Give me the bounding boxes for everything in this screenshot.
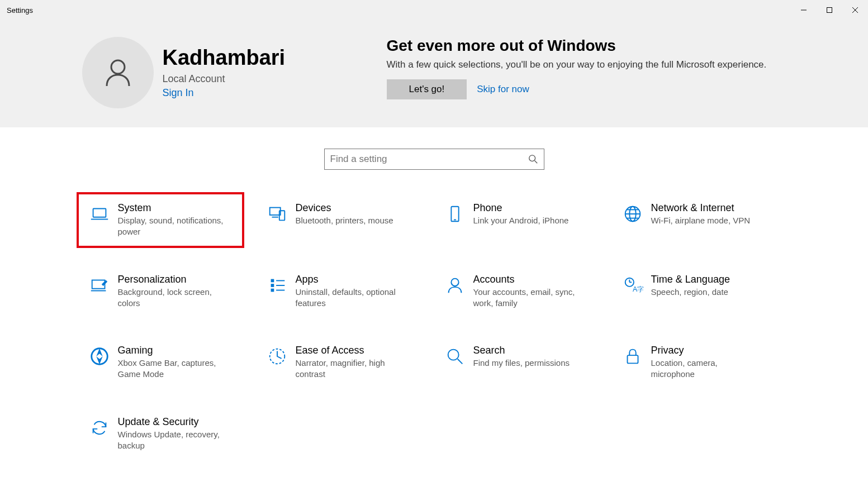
svg-rect-1	[827, 8, 832, 13]
tile-title: Devices	[296, 202, 414, 214]
tile-desc: Background, lock screen, colors	[118, 287, 230, 309]
close-icon	[852, 7, 858, 13]
maximize-button[interactable]	[817, 0, 842, 20]
search-wrap	[0, 127, 868, 187]
svg-rect-36	[627, 355, 638, 363]
svg-line-35	[457, 359, 462, 364]
promo-desc: With a few quick selections, you'll be o…	[387, 58, 786, 71]
tile-system[interactable]: SystemDisplay, sound, notifications, pow…	[77, 192, 244, 248]
tile-title: System	[118, 202, 236, 214]
tile-title: Network & Internet	[651, 202, 770, 214]
user-block: Kadhambari Local Account Sign In	[82, 37, 387, 108]
minimize-icon	[800, 7, 807, 13]
tile-network-internet[interactable]: Network & InternetWi-Fi, airplane mode, …	[610, 192, 777, 248]
time-lang-icon: A字	[618, 274, 648, 309]
svg-line-6	[534, 161, 537, 164]
update-icon	[84, 416, 115, 452]
svg-point-27	[451, 278, 458, 285]
search-input[interactable]	[330, 154, 528, 165]
tile-devices[interactable]: DevicesBluetooth, printers, mouse	[254, 192, 422, 248]
close-button[interactable]	[842, 0, 868, 20]
avatar[interactable]	[82, 37, 154, 108]
minimize-button[interactable]	[791, 0, 817, 20]
tile-accounts[interactable]: AccountsYour accounts, email, sync, work…	[432, 264, 600, 319]
tile-desc: Display, sound, notifications, power	[118, 215, 230, 238]
tile-desc: Bluetooth, printers, mouse	[296, 215, 407, 226]
user-name: Kadhambari	[163, 46, 286, 70]
maximize-icon	[826, 7, 833, 13]
skip-link[interactable]: Skip for now	[477, 84, 529, 95]
svg-rect-22	[271, 284, 274, 287]
sign-in-link[interactable]: Sign In	[163, 87, 286, 99]
search-box[interactable]	[324, 149, 544, 170]
search-icon	[528, 154, 538, 164]
tile-title: Accounts	[473, 274, 592, 285]
tile-privacy[interactable]: PrivacyLocation, camera, microphone	[610, 335, 777, 390]
tile-time-language[interactable]: A字Time & LanguageSpeech, region, date	[610, 264, 777, 319]
tile-title: Gaming	[118, 345, 236, 356]
tile-desc: Xbox Game Bar, captures, Game Mode	[118, 357, 230, 380]
lets-go-button[interactable]: Let's go!	[387, 79, 467, 99]
tile-desc: Windows Update, recovery, backup	[118, 429, 230, 452]
personalize-icon	[84, 274, 115, 309]
ease-icon	[262, 345, 292, 380]
svg-rect-21	[271, 279, 274, 282]
promo-block: Get even more out of Windows With a few …	[387, 37, 786, 108]
window-title: Settings	[0, 6, 791, 15]
tile-search[interactable]: SearchFind my files, permissions	[432, 335, 600, 390]
phone-icon	[440, 202, 470, 238]
tile-desc: Narrator, magnifier, high contrast	[296, 357, 407, 380]
window-controls	[791, 0, 868, 20]
svg-text:A字: A字	[633, 285, 643, 293]
svg-rect-23	[271, 288, 274, 292]
svg-rect-7	[93, 209, 106, 217]
search-icon	[440, 345, 470, 380]
header-area: Kadhambari Local Account Sign In Get eve…	[0, 20, 868, 127]
svg-rect-12	[451, 207, 458, 222]
person-icon	[100, 55, 136, 90]
apps-icon	[262, 274, 292, 309]
tile-title: Ease of Access	[296, 345, 414, 356]
tile-desc: Location, camera, microphone	[651, 357, 763, 380]
tile-desc: Find my files, permissions	[473, 357, 585, 369]
tile-update-security[interactable]: Update & SecurityWindows Update, recover…	[77, 406, 244, 462]
tile-ease-of-access[interactable]: Ease of AccessNarrator, magnifier, high …	[254, 335, 422, 390]
laptop-icon	[84, 202, 115, 238]
svg-point-4	[111, 60, 125, 74]
tile-title: Time & Language	[651, 274, 770, 285]
gaming-icon	[84, 345, 115, 380]
privacy-icon	[618, 345, 648, 380]
svg-point-5	[529, 155, 535, 161]
account-type: Local Account	[163, 73, 286, 85]
tile-title: Personalization	[118, 274, 236, 285]
tile-personalization[interactable]: PersonalizationBackground, lock screen, …	[77, 264, 244, 319]
devices-icon	[262, 202, 292, 238]
tile-desc: Wi-Fi, airplane mode, VPN	[651, 215, 763, 226]
svg-point-34	[448, 350, 458, 360]
tile-apps[interactable]: AppsUninstall, defaults, optional featur…	[254, 264, 422, 319]
titlebar: Settings	[0, 0, 868, 20]
globe-icon	[618, 202, 648, 238]
tile-title: Apps	[296, 274, 414, 285]
tile-title: Privacy	[651, 345, 770, 356]
tile-gaming[interactable]: GamingXbox Game Bar, captures, Game Mode	[77, 335, 244, 390]
tile-desc: Your accounts, email, sync, work, family	[473, 287, 585, 309]
tile-phone[interactable]: PhoneLink your Android, iPhone	[432, 192, 600, 248]
person-icon	[440, 274, 470, 309]
tile-desc: Link your Android, iPhone	[473, 215, 585, 226]
tile-desc: Uninstall, defaults, optional features	[296, 287, 407, 309]
tile-desc: Speech, region, date	[651, 287, 763, 298]
tile-title: Phone	[473, 202, 592, 214]
tile-title: Update & Security	[118, 416, 236, 428]
tile-title: Search	[473, 345, 592, 356]
promo-title: Get even more out of Windows	[387, 37, 786, 55]
settings-tiles: SystemDisplay, sound, notifications, pow…	[77, 187, 792, 484]
